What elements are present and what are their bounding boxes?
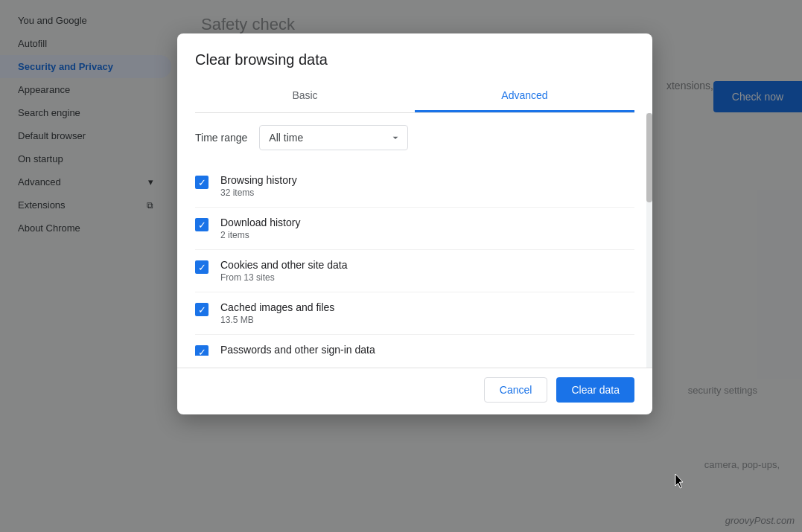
checkbox-label: Cached images and files [220, 301, 334, 313]
dialog-footer: Cancel Clear data [177, 368, 652, 414]
clear-data-button[interactable]: Clear data [556, 377, 634, 403]
tab-basic[interactable]: Basic [195, 80, 415, 112]
checkbox-sublabel: 13.5 MB [220, 315, 334, 325]
list-item: ✓ Cached images and files 13.5 MB [195, 292, 634, 335]
list-item: ✓ Passwords and other sign-in data [195, 335, 634, 356]
checkbox-cached-images[interactable]: ✓ [195, 303, 209, 316]
checkmark-icon: ✓ [198, 347, 206, 356]
checkbox-label: Download history [220, 217, 300, 228]
checkbox-passwords[interactable]: ✓ [195, 345, 209, 356]
scrollbar[interactable] [646, 113, 652, 368]
checkmark-icon: ✓ [198, 263, 206, 272]
checkbox-list: ✓ Browsing history 32 items ✓ Download h… [195, 165, 634, 356]
clear-browsing-data-dialog: Clear browsing data Basic Advanced Time … [177, 33, 652, 414]
cancel-button[interactable]: Cancel [484, 377, 548, 403]
list-item: ✓ Cookies and other site data From 13 si… [195, 250, 634, 292]
dialog-tabs: Basic Advanced [195, 80, 634, 113]
checkbox-label: Passwords and other sign-in data [220, 344, 375, 356]
time-range-label: Time range [195, 132, 247, 144]
scroll-thumb[interactable] [646, 113, 652, 202]
time-range-row: Time range All time Last 4 weeks Last 7 … [195, 125, 634, 150]
checkbox-label: Browsing history [220, 174, 297, 186]
time-range-select[interactable]: All time Last 4 weeks Last 7 days Last 2… [259, 125, 408, 150]
checkbox-sublabel: 2 items [220, 230, 300, 240]
tab-advanced[interactable]: Advanced [415, 80, 634, 112]
checkbox-label: Cookies and other site data [220, 259, 347, 271]
list-item: ✓ Browsing history 32 items [195, 165, 634, 208]
dialog-body: Time range All time Last 4 weeks Last 7 … [177, 113, 652, 368]
checkmark-icon: ✓ [198, 220, 206, 230]
checkbox-sublabel: 32 items [220, 188, 297, 198]
checkmark-icon: ✓ [198, 178, 206, 188]
checkbox-cookies[interactable]: ✓ [195, 260, 209, 274]
list-item: ✓ Download history 2 items [195, 208, 634, 250]
checkbox-sublabel: From 13 sites [220, 272, 347, 283]
checkbox-download-history[interactable]: ✓ [195, 218, 209, 231]
checkmark-icon: ✓ [198, 305, 206, 315]
dialog-title: Clear browsing data [195, 51, 634, 68]
dialog-header: Clear browsing data Basic Advanced [177, 33, 652, 113]
checkbox-browsing-history[interactable]: ✓ [195, 176, 209, 189]
